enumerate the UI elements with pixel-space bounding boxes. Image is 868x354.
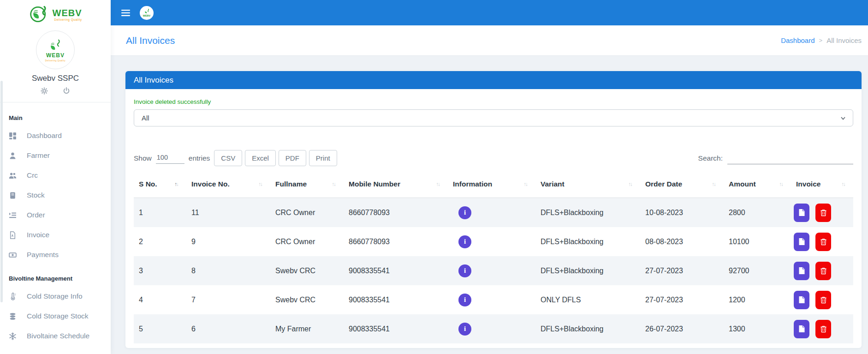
breadcrumb-current: All Invoices: [826, 36, 862, 44]
trash-icon: [820, 238, 827, 246]
info-button[interactable]: i: [458, 235, 471, 248]
sidebar-item-order[interactable]: Order: [9, 211, 111, 219]
profile-name: Swebv SSPC: [0, 74, 111, 83]
info-icon: i: [464, 209, 466, 216]
table-row: 5 6 My Farmer 9008335541 i DFLS+Blackbox…: [134, 314, 853, 343]
chevron-right-icon: >: [819, 37, 823, 44]
view-invoice-button[interactable]: [794, 204, 809, 222]
col-header-amount[interactable]: Amount↑↓: [724, 171, 791, 198]
document-icon: [798, 267, 805, 275]
sidebar-item-cold-storage-info[interactable]: Cold Storage Info: [9, 292, 111, 300]
info-button[interactable]: i: [458, 294, 471, 306]
delete-invoice-button[interactable]: [815, 291, 831, 309]
trash-icon: [820, 209, 827, 216]
document-icon: [798, 325, 805, 333]
delete-invoice-button[interactable]: [815, 233, 831, 251]
menu-section-bivoltine: Bivoltine Management: [9, 275, 111, 282]
sidebar-item-crc[interactable]: Crc: [9, 171, 111, 180]
info-icon: i: [464, 325, 466, 333]
pdf-export-button[interactable]: PDF: [279, 150, 306, 166]
success-alert: Invoice deleted successfully: [134, 98, 853, 105]
info-button[interactable]: i: [458, 264, 471, 277]
delete-invoice-button[interactable]: [815, 320, 831, 338]
invoices-table: S No.↑↓ Invoice No.↑↓ Fullname↑↓ Mobile …: [134, 171, 853, 343]
sidebar-item-stock[interactable]: Stock: [9, 191, 111, 199]
view-invoice-button[interactable]: [794, 320, 809, 338]
card-title: All Invoices: [134, 76, 173, 85]
col-header-variant[interactable]: Variant↑↓: [535, 171, 640, 198]
file-icon: [9, 231, 17, 239]
menu-toggle-button[interactable]: [121, 9, 130, 17]
brand-tagline: Delivering Quality: [53, 18, 82, 22]
search-input[interactable]: [727, 152, 853, 164]
view-invoice-button[interactable]: [794, 291, 809, 309]
info-icon: i: [464, 296, 466, 304]
money-icon: [9, 251, 17, 259]
sort-icon: ↑↓: [629, 181, 632, 187]
sidebar-item-cold-storage-stock[interactable]: Cold Storage Stock: [9, 312, 111, 320]
sort-icon: ↑↓: [779, 181, 783, 187]
sidebar-item-invoice[interactable]: Invoice: [9, 231, 111, 239]
document-icon: [798, 209, 805, 216]
csv-export-button[interactable]: CSV: [214, 150, 242, 166]
topbar: WEBV: [111, 0, 868, 25]
sidebar-item-payments[interactable]: Payments: [9, 251, 111, 259]
col-header-invoice[interactable]: Invoice↑↓: [791, 171, 853, 198]
breadcrumb-dashboard-link[interactable]: Dashboard: [781, 36, 814, 44]
variant-filter-select[interactable]: All: [134, 109, 853, 126]
menu-section-main: Main: [9, 114, 111, 121]
sidebar-item-bivoltaine-schedule[interactable]: Bivoltaine Schedule: [9, 332, 111, 340]
breadcrumb: Dashboard > All Invoices: [781, 36, 862, 44]
sidebar-scrollbar[interactable]: [0, 81, 3, 302]
col-header-mobile[interactable]: Mobile Number↑↓: [344, 171, 448, 198]
view-invoice-button[interactable]: [794, 262, 809, 280]
table-row: 4 7 Swebv CRC 9008335541 i ONLY DFLS 27-…: [134, 285, 853, 314]
trash-icon: [820, 296, 827, 304]
trash-icon: [820, 325, 827, 333]
info-button[interactable]: i: [458, 323, 471, 336]
snowflake-icon: [9, 332, 17, 340]
brand-logo[interactable]: WEBV Delivering Quality: [0, 0, 111, 28]
trash-icon: [820, 267, 827, 275]
sort-icon: ↑↓: [436, 181, 440, 187]
col-header-invoice-no[interactable]: Invoice No.↑↓: [186, 171, 270, 198]
page-header: All Invoices Dashboard > All Invoices: [111, 25, 868, 56]
chevron-down-icon: [840, 115, 846, 121]
show-label: Show: [134, 154, 152, 162]
info-button[interactable]: i: [458, 206, 471, 219]
sidebar: WEBV Delivering Quality WEBV Delivering …: [0, 0, 111, 354]
topbar-brand-logo[interactable]: WEBV: [140, 6, 154, 20]
table-row: 3 8 Swebv CRC 9008335541 i DFLS+Blackbox…: [134, 256, 853, 285]
sort-icon: ↑↓: [175, 181, 178, 187]
avatar: WEBV Delivering Quality: [36, 30, 75, 69]
sort-icon: ↑↓: [842, 181, 845, 187]
info-icon: i: [464, 267, 466, 275]
book-icon: [9, 192, 17, 199]
users-icon: [9, 172, 17, 180]
print-export-button[interactable]: Print: [309, 150, 337, 166]
profile-section: WEBV Delivering Quality Swebv SSPC: [0, 28, 111, 102]
card-header: All Invoices: [125, 71, 862, 89]
settings-gear-icon[interactable]: [41, 87, 48, 95]
sidebar-item-farmer[interactable]: Farmer: [9, 151, 111, 160]
sort-icon: ↑↓: [524, 181, 528, 187]
excel-export-button[interactable]: Excel: [245, 150, 276, 166]
view-invoice-button[interactable]: [794, 233, 809, 251]
delete-invoice-button[interactable]: [815, 262, 831, 280]
entries-count-input[interactable]: [156, 152, 184, 164]
entries-label: entries: [189, 154, 210, 162]
document-icon: [798, 296, 805, 304]
col-header-sno[interactable]: S No.↑↓: [134, 171, 186, 198]
col-header-order-date[interactable]: Order Date↑↓: [640, 171, 724, 198]
page-title: All Invoices: [126, 35, 175, 46]
sidebar-item-dashboard[interactable]: Dashboard: [9, 132, 111, 140]
col-header-information[interactable]: Information↑↓: [448, 171, 535, 198]
logout-power-icon[interactable]: [63, 87, 70, 95]
col-header-fullname[interactable]: Fullname↑↓: [270, 171, 344, 198]
sort-icon: ↑↓: [712, 181, 716, 187]
brand-name: WEBV: [53, 8, 82, 18]
sort-icon: ↑↓: [259, 181, 262, 187]
list-icon: [9, 211, 17, 219]
delete-invoice-button[interactable]: [815, 204, 831, 222]
table-row: 1 11 CRC Owner 8660778093 i DFLS+Blackbo…: [134, 198, 853, 227]
